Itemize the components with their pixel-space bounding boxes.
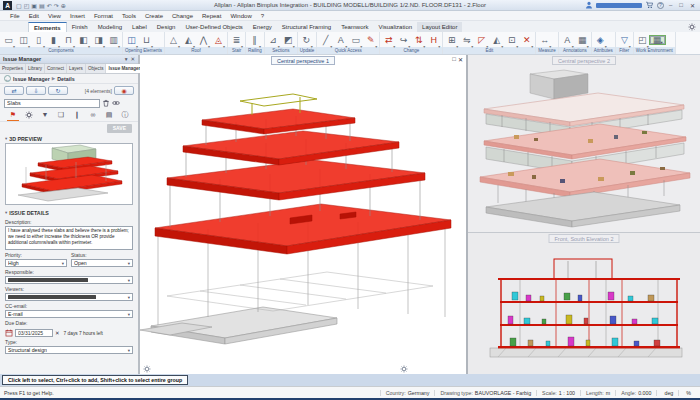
back-icon[interactable]: ←	[4, 75, 11, 82]
user-account-icon[interactable]	[585, 1, 593, 9]
cc-email-select[interactable]: E-mail ▾	[5, 310, 133, 318]
pin-tab-icon[interactable]: ⚑	[5, 109, 21, 121]
roof-frame-icon[interactable]: △ ▾	[166, 33, 181, 47]
viewport-close-icon[interactable]: ✕	[458, 56, 463, 63]
close-button[interactable]: ✕	[688, 2, 697, 9]
palette-tab-connect[interactable]: Connect	[45, 64, 67, 73]
tab-label[interactable]: Label	[127, 22, 152, 32]
activity-tab-icon[interactable]: ❙	[69, 109, 85, 121]
text-icon[interactable]: A ▾	[333, 33, 348, 47]
menu-view[interactable]: View	[44, 13, 65, 19]
viewport-front-south-elevation-2[interactable]: Front, South Elevation 2	[468, 233, 700, 374]
viewers-select[interactable]: ▾	[5, 293, 133, 301]
skylight-icon[interactable]: ◬ ▾	[211, 33, 226, 47]
menu-file[interactable]: File	[6, 13, 24, 19]
palette-tab-objects[interactable]: Objects	[86, 64, 107, 73]
section-icon[interactable]: ⊿ ▾	[266, 33, 281, 47]
undo-icon[interactable]: ↶	[47, 2, 52, 9]
viewport-central-perspective-1[interactable]: Central perspective 1 □ ✕	[140, 55, 468, 374]
due-date-input[interactable]	[15, 329, 53, 337]
slab-icon[interactable]: ◧ ▾	[76, 33, 91, 47]
height-icon[interactable]: H ▾	[426, 33, 441, 47]
downstand-beam-icon[interactable]: ⊓ ▾	[61, 33, 76, 47]
tab-structural-framing[interactable]: Structural Framing	[277, 22, 336, 32]
priority-select[interactable]: High ▾	[5, 259, 67, 267]
viewport-title-tab[interactable]: Central perspective 2	[552, 56, 616, 65]
settings-tab-icon[interactable]	[21, 109, 37, 121]
repeat-icon[interactable]: ⊕	[61, 2, 66, 9]
tab-design[interactable]: Design	[152, 22, 181, 32]
chimney-icon[interactable]: ▮ ▾	[46, 33, 61, 47]
documents-tab-icon[interactable]: ▤	[101, 109, 117, 121]
view-settings-gear-icon[interactable]	[400, 365, 408, 373]
attributes-icon[interactable]: ◈ ▾	[593, 33, 608, 47]
delete-icon[interactable]: ✕ ▾	[519, 33, 534, 47]
preview-section-header[interactable]: ▾ 3D PREVIEW	[0, 134, 138, 143]
rectangle-icon[interactable]: ▭ ▾	[348, 33, 363, 47]
import-issue-button[interactable]: ⇩	[26, 86, 46, 95]
minimize-button[interactable]: –	[667, 2, 674, 8]
menu-format[interactable]: Format	[90, 13, 117, 19]
status-field[interactable]: %	[678, 390, 696, 396]
links-tab-icon[interactable]: ∞	[85, 109, 101, 121]
workspace-icon[interactable]: ▦ ▾	[650, 36, 665, 44]
pen-icon[interactable]: ✎ ▾	[363, 33, 378, 47]
details-section-header[interactable]: ▾ ISSUE DETAILS	[0, 208, 138, 217]
viewport-title-tab[interactable]: Central perspective 1	[271, 56, 335, 65]
railing-icon[interactable]: ∥ ▾	[247, 33, 262, 47]
stair-icon[interactable]: ≣ ▾	[229, 33, 244, 47]
refresh-issues-button[interactable]: ↻	[48, 86, 68, 95]
issue-filter-input[interactable]	[4, 99, 100, 108]
move-icon[interactable]: ⇋ ▾	[459, 33, 474, 47]
tab-finish[interactable]: Finish	[67, 22, 93, 32]
delete-issue-trash-icon[interactable]	[102, 99, 110, 107]
window-icon[interactable]: ◫ ▾	[124, 33, 139, 47]
tab-energy[interactable]: Energy	[248, 22, 277, 32]
roof-covering-icon[interactable]: ◭ ▾	[181, 33, 196, 47]
modify-offset-icon[interactable]: ⇄ ▾	[381, 33, 396, 47]
status-select[interactable]: Open ▾	[71, 259, 133, 267]
open-file-icon[interactable]: ◰	[24, 2, 30, 9]
tab-elements[interactable]: Elements	[28, 22, 67, 32]
new-file-icon[interactable]: ▢	[16, 2, 22, 9]
panel-close-icon[interactable]: ✕	[130, 56, 135, 62]
comments-tab-icon[interactable]: ❏	[53, 109, 69, 121]
view-settings-gear-icon[interactable]	[143, 365, 151, 373]
responsible-select[interactable]: ▾	[5, 276, 133, 284]
profile-wall-icon[interactable]: ◫ ▾	[16, 33, 31, 47]
panel-pin-icon[interactable]: ▾	[125, 56, 128, 62]
update-3d-icon[interactable]: ↻ ▾	[299, 33, 314, 47]
viewport-restore-icon[interactable]: □	[452, 56, 456, 63]
upstand-icon[interactable]: ▥ ▾	[106, 33, 121, 47]
filter-tab-icon[interactable]: ▼	[37, 109, 53, 121]
line-icon[interactable]: ╱ ▾	[318, 33, 333, 47]
status-field[interactable]: Length: m	[580, 390, 615, 396]
tab-teamwork[interactable]: Teamwork	[336, 22, 373, 32]
status-field[interactable]: Angle: 0.000	[615, 390, 656, 396]
convert-icon[interactable]: ⇅ ▾	[411, 33, 426, 47]
menu-change[interactable]: Change	[168, 13, 197, 19]
bimplus-button[interactable]: ◉	[114, 86, 134, 95]
maximize-button[interactable]: □	[677, 2, 685, 8]
column-icon[interactable]: ▯ ▾	[31, 33, 46, 47]
tab-user-defined-objects[interactable]: User-Defined Objects	[180, 22, 247, 32]
print-icon[interactable]: ▤	[39, 2, 45, 9]
save-icon[interactable]: ▣	[31, 2, 37, 9]
resize-icon[interactable]: ⊡ ▾	[504, 33, 519, 47]
viewport-central-perspective-2[interactable]: Central perspective 2	[468, 55, 700, 233]
foundation-icon[interactable]: ◨ ▾	[91, 33, 106, 47]
door-icon[interactable]: ⊔ ▾	[139, 33, 154, 47]
copy-icon[interactable]: ⊞ ▾	[444, 33, 459, 47]
mirror-icon[interactable]: ◭ ▾	[489, 33, 504, 47]
clear-date-icon[interactable]: ✕	[55, 330, 60, 336]
status-field[interactable]: Drawing type: BAUVORLAGE - Farbig	[434, 390, 536, 396]
menu-create[interactable]: Create	[141, 13, 167, 19]
measure-icon[interactable]: ↔ ▾	[537, 33, 552, 47]
breadcrumb-root[interactable]: Issue Manager	[13, 76, 50, 82]
menu-insert[interactable]: Insert	[66, 13, 89, 19]
info-tab-icon[interactable]: ⓘ	[117, 109, 133, 121]
menu-window[interactable]: Window	[226, 13, 255, 19]
tab-modeling[interactable]: Modeling	[93, 22, 127, 32]
wall-icon[interactable]: ▭ ▾	[1, 33, 16, 47]
status-field[interactable]: deg	[656, 390, 678, 396]
